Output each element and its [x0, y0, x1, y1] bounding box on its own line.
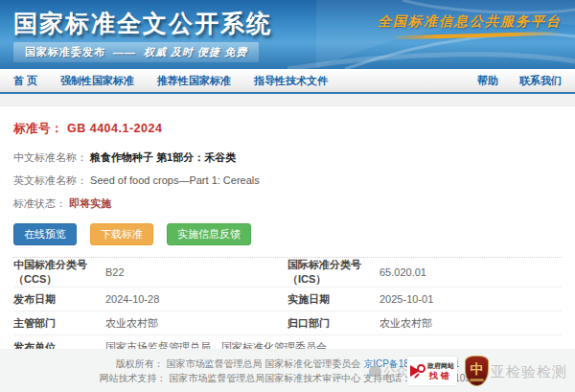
sub-nav-strip	[0, 94, 575, 106]
site-banner: 国家标准全文公开系统 国家标准委发布 —— 权威 及时 便捷 免费 全国标准信息…	[0, 0, 575, 69]
cn-name-value: 粮食作物种子 第1部分：禾谷类	[90, 151, 236, 163]
standard-number-value: GB 4404.1-2024	[67, 122, 162, 135]
subtitle-publisher: 国家标准委发布	[25, 45, 105, 59]
page: 国家标准全文公开系统 国家标准委发布 —— 权威 及时 便捷 免费 全国标准信息…	[0, 0, 575, 392]
implement-date-value: 2025-10-01	[380, 293, 562, 305]
centralized-dept-value: 农业农村部	[380, 316, 562, 331]
implementation-feedback-button[interactable]: 实施信息反馈	[167, 223, 251, 245]
competent-dept-label: 主管部门	[13, 316, 105, 331]
download-standard-button[interactable]: 下载标准	[90, 223, 153, 245]
footer-logos: 公众号 政府网站 找错 中 亚检验检测	[369, 351, 567, 391]
nav-item-help[interactable]: 帮助	[477, 74, 498, 88]
cn-name-label: 中文标准名称：	[13, 151, 87, 163]
cn-name-line: 中文标准名称： 粮食作物种子 第1部分：禾谷类	[13, 150, 562, 165]
ics-label: 国际标准分类号（ICS）	[288, 258, 380, 287]
online-preview-button[interactable]: 在线预览	[13, 223, 77, 245]
en-name-line: 英文标准名称： Seed of food crops—Part 1: Cerea…	[13, 173, 562, 188]
action-buttons: 在线预览 下载标准 实施信息反馈	[13, 223, 562, 245]
page-footer: 版权所有： 国家市场监督管理总局 国家标准化管理委员会 京ICP备1802238…	[0, 349, 575, 392]
standard-number-line: 标准号： GB 4404.1-2024	[13, 106, 562, 137]
nav-item-recommended-standards[interactable]: 推荐性国家标准	[157, 74, 231, 88]
standard-detail-panel: 标准号： GB 4404.1-2024 中文标准名称： 粮食作物种子 第1部分：…	[0, 106, 575, 383]
certification-shield-badge: 中	[465, 356, 489, 386]
site-title: 国家标准全文公开系统	[13, 8, 272, 39]
status-label: 标准状态：	[13, 197, 66, 209]
nav-item-home[interactable]: 首 页	[13, 74, 37, 88]
table-row: 中国标准分类号（CCS） B22 国际标准分类号（ICS） 65.020.01	[13, 258, 562, 288]
table-row: 发布日期 2024-10-28 实施日期 2025-10-01	[13, 288, 562, 311]
gov-logo-texts: 政府网站 找错	[427, 361, 454, 380]
table-row: 主管部门 农业农村部 归口部门 农业农村部	[13, 311, 562, 335]
centralized-dept-label: 归口部门	[288, 316, 380, 331]
copyright-text: 版权所有： 国家市场监督管理总局 国家标准化管理委员会	[116, 358, 363, 369]
en-name-label: 英文标准名称：	[13, 174, 87, 186]
ics-value: 65.020.01	[380, 266, 562, 278]
main-navigation: 首 页 强制性国家标准 推荐性国家标准 指导性技术文件 帮助 联系我们	[0, 69, 575, 94]
gov-site-error-report-logo[interactable]: 政府网站 找错	[407, 357, 457, 385]
nav-item-contact-us[interactable]: 联系我们	[519, 74, 562, 88]
platform-name: 全国标准信息公共服务平台	[378, 13, 562, 31]
competent-dept-value: 农业农村部	[105, 316, 288, 331]
shield-band	[470, 379, 484, 381]
nav-item-guidance-documents[interactable]: 指导性技术文件	[254, 74, 328, 88]
implement-date-label: 实施日期	[288, 292, 380, 307]
chat-bubble-icon	[369, 366, 381, 377]
status-badge: 即将实施	[69, 197, 111, 209]
ccs-label: 中国标准分类号（CCS）	[13, 258, 105, 287]
publish-date-value: 2024-10-28	[105, 293, 288, 305]
gov-site-text: 政府网站	[427, 361, 454, 371]
publish-date-label: 发布日期	[13, 292, 105, 307]
subtitle-dash: ——	[113, 47, 136, 58]
ccs-value: B22	[105, 266, 288, 278]
find-error-text: 找错	[427, 371, 454, 380]
shield-emblem: 中	[471, 362, 484, 377]
nav-item-mandatory-standards[interactable]: 强制性国家标准	[60, 74, 134, 88]
magnifier-flag-icon	[410, 363, 426, 379]
en-name-value: Seed of food crops—Part 1: Cereals	[90, 174, 260, 186]
subtitle-slogan: 权威 及时 便捷 免费	[144, 45, 247, 59]
standard-number-label: 标准号：	[13, 122, 63, 135]
site-subtitle: 国家标准委发布 —— 权威 及时 便捷 免费	[13, 42, 259, 62]
brand-watermark-text: 亚检验检测	[491, 364, 567, 379]
status-line: 标准状态： 即将实施	[13, 196, 562, 211]
